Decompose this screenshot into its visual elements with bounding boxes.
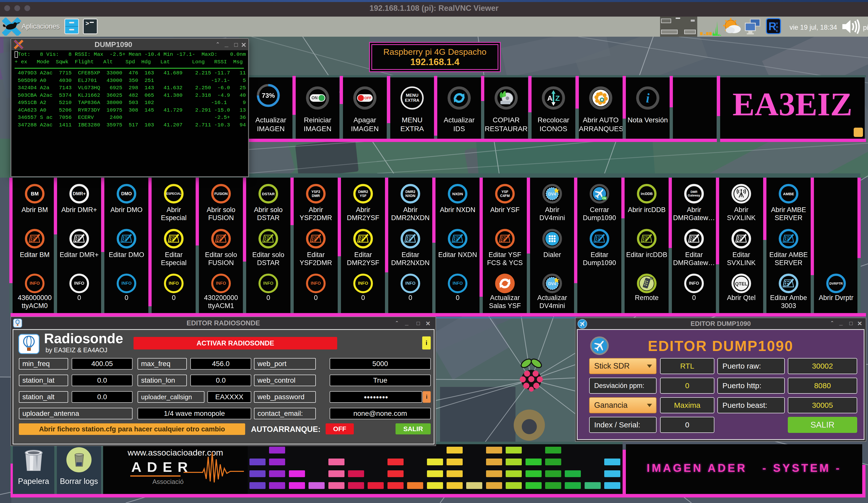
svg-text:QTEL: QTEL <box>735 281 747 286</box>
svg-text:ON: ON <box>602 197 606 200</box>
svg-text:A: A <box>547 94 553 102</box>
svg-text:73%: 73% <box>262 92 275 99</box>
svg-text:Z: Z <box>555 94 560 102</box>
